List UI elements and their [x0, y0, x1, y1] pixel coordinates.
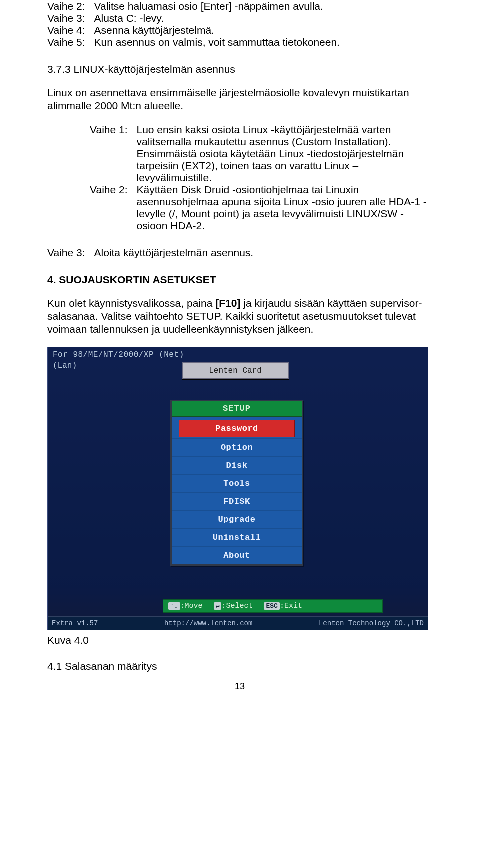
- outer-step3: Vaihe 3: Aloita käyttöjärjestelmän asenn…: [48, 247, 254, 259]
- help-move: ↑↓:Move: [168, 602, 203, 610]
- step-text: Alusta C: -levy.: [94, 12, 340, 24]
- intro-373: Linux on asennettava ensimmäiselle järje…: [48, 86, 432, 113]
- company-text: Lenten Technology CO.,LTD: [319, 619, 424, 627]
- setup-window: SETUP Password Option Disk Tools FDISK U…: [170, 400, 304, 566]
- menu-item-disk[interactable]: Disk: [172, 456, 302, 474]
- version-text: Extra v1.57: [52, 619, 98, 627]
- heading-4: 4. SUOJAUSKORTIN ASETUKSET: [48, 274, 432, 286]
- step-text: Valitse haluamasi osio [Enter] -näppäime…: [94, 0, 340, 12]
- step-text: Aloita käyttöjärjestelmän asennus.: [94, 247, 254, 259]
- esc-key-icon: ESC: [264, 602, 280, 610]
- step-label: Vaihe 4:: [48, 24, 94, 36]
- para4-pre: Kun olet käynnistysvalikossa, paina: [48, 297, 216, 309]
- step-label: Vaihe 2:: [48, 0, 94, 12]
- menu-item-upgrade[interactable]: Upgrade: [172, 510, 302, 528]
- step-text: Kun asennus on valmis, voit sammuttaa ti…: [94, 36, 340, 48]
- figure-caption: Kuva 4.0: [48, 634, 432, 646]
- menu-item-tools[interactable]: Tools: [172, 474, 302, 492]
- step-label: Vaihe 3:: [48, 12, 94, 24]
- enter-key-icon: ↵: [214, 602, 222, 610]
- heading-41: 4.1 Salasanan määritys: [48, 660, 432, 672]
- para4-key: [F10]: [216, 297, 240, 309]
- section-373-heading: 3.7.3 LINUX-käyttöjärjestelmän asennus: [48, 63, 432, 75]
- top-steps: Vaihe 2: Valitse haluamasi osio [Enter] …: [48, 0, 340, 48]
- help-bar: ↑↓:Move ↵:Select ESC:Exit: [163, 599, 383, 613]
- step-text: Asenna käyttöjärjestelmä.: [94, 24, 340, 36]
- step-text: Luo ensin kaksi osiota Linux -käyttöjärj…: [137, 124, 433, 184]
- menu-item-option[interactable]: Option: [172, 438, 302, 456]
- step-label: Vaihe 3:: [48, 247, 94, 259]
- setup-header: SETUP: [172, 401, 302, 417]
- menu-item-fdisk[interactable]: FDISK: [172, 492, 302, 510]
- help-select: ↵:Select: [214, 602, 254, 610]
- bios-screenshot: For 98/ME/NT/2000/XP (Net) (Lan) Lenten …: [48, 347, 428, 630]
- nested-steps: Vaihe 1: Luo ensin kaksi osiota Linux -k…: [90, 124, 432, 232]
- bottom-bar: Extra v1.57 http://www.lenten.com Lenten…: [48, 616, 428, 630]
- crt-lan: (Lan): [53, 361, 77, 370]
- step-text: Käyttäen Disk Druid -osiontiohjelmaa tai…: [137, 184, 433, 232]
- menu-item-password[interactable]: Password: [179, 420, 295, 437]
- crt-topline: For 98/ME/NT/2000/XP (Net): [53, 350, 184, 359]
- url-text: http://www.lenten.com: [113, 619, 304, 627]
- step-label: Vaihe 5:: [48, 36, 94, 48]
- menu-item-about[interactable]: About: [172, 546, 302, 564]
- arrow-keys-icon: ↑↓: [168, 602, 180, 610]
- page-number: 13: [48, 681, 432, 692]
- step-label: Vaihe 2:: [90, 184, 137, 232]
- menu-item-uninstall[interactable]: Uninstall: [172, 528, 302, 546]
- help-exit: ESC:Exit: [264, 602, 302, 610]
- para-4: Kun olet käynnistysvalikossa, paina [F10…: [48, 297, 432, 336]
- step-label: Vaihe 1:: [90, 124, 137, 184]
- titlebar: Lenten Card: [182, 362, 289, 379]
